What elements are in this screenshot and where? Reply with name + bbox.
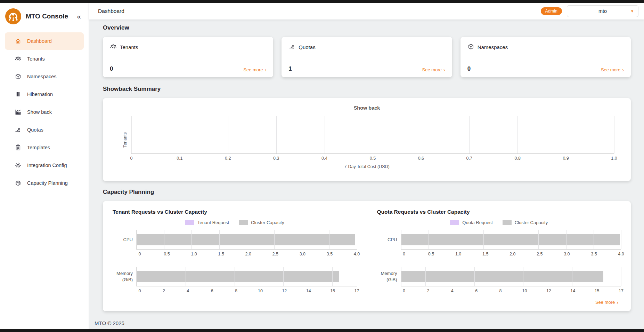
gridline [357,230,357,249]
cpu-row-label: CPU [377,237,401,243]
gridline [329,230,329,249]
sidebar-item-dashboard[interactable]: Dashboard [5,32,84,50]
page-header: Dashboard Admin mto ▾ [89,3,644,19]
capacity-planning-card: Tenant Requests vs Cluster Capacity Tena… [103,201,631,311]
sidebar-item-capacity-planning[interactable]: Capacity Planning [5,174,84,192]
namespaces-card: Namespaces 0 See more› [460,37,631,77]
quotas-count: 1 [288,65,292,72]
sidebar-collapse-button[interactable]: « [74,12,84,21]
legend-label: Tenant Request [197,220,229,225]
sidebar-item-label: Templates [27,145,50,150]
axis-tick-label: 15 [330,288,335,293]
tenants-count: 0 [110,65,113,72]
axis-tick-label: 17 [354,288,359,293]
namespaces-icon [467,43,474,51]
overview-cards: Tenants 0 See more› Quotas [103,37,631,77]
gridline [566,116,566,153]
gridline [186,267,186,286]
gridline [137,267,137,286]
axis-tick-label: 2 [163,288,165,293]
showback-heading: Showback Summary [103,86,631,93]
axis-tick-label: 12 [546,288,551,293]
tenant-dropdown[interactable]: mto ▾ [567,5,638,17]
gridline [483,230,484,249]
axis-tick-label: 4 [187,288,189,293]
gridline [180,116,180,153]
axis-tick-label: 4.0 [618,252,624,256]
gridline [219,230,220,249]
card-title: Namespaces [478,44,508,50]
gridline [247,230,247,249]
axis-tick-label: 2.0 [510,252,515,256]
gridline [421,116,421,153]
gridline [474,267,475,286]
axis-tick-label: 0.4 [321,156,327,161]
cpu-capacity-bar [137,234,355,245]
namespaces-count: 0 [467,65,471,72]
quotas-see-more-link[interactable]: See more› [422,67,445,72]
gridline [566,230,566,249]
axis-tick-label: 0.5 [428,252,434,256]
gear-icon [15,162,22,169]
gridline [191,230,192,249]
axis-tick-label: 0 [403,288,405,293]
namespaces-see-more-link[interactable]: See more› [601,67,624,72]
gridline [302,230,302,249]
quotas-icon [15,126,22,133]
cpu-plot-area [401,230,621,250]
axis-tick-label: 0.8 [514,156,520,161]
templates-clipboard-icon [15,144,22,151]
cpu-axis-ticks: 00.51.01.52.02.53.03.54.0 [140,252,357,259]
sidebar-item-quotas[interactable]: Quotas [5,121,84,139]
gridline [511,230,511,249]
gridline [450,267,450,286]
gridline [523,267,523,286]
chevron-right-icon: › [443,68,445,72]
gridline [456,230,456,249]
memory-row-label: Memory (GiB) [113,270,136,283]
sidebar-item-integration-config[interactable]: Integration Config [5,157,84,174]
sidebar-item-templates[interactable]: Templates [5,139,84,156]
tenant-request-swatch [185,220,194,225]
sidebar-item-label: Show back [27,109,52,115]
gridline [235,267,235,286]
cluster-capacity-swatch [239,220,248,225]
memory-capacity-bar [401,271,604,282]
axis-tick-label: 0.1 [177,156,182,161]
axis-tick-label: 0 [403,252,405,256]
axis-tick-label: 10 [522,288,527,293]
sidebar-item-tenants[interactable]: Tenants [5,50,84,68]
memory-axis-ticks: 024681012141517 [404,288,621,296]
sidebar-item-label: Quotas [27,127,43,133]
chart-title: Quota Requests vs Cluster Capacity [377,209,621,215]
capacity-see-more-link[interactable]: See more› [595,300,618,305]
legend: Quota Request Cluster Capacity [377,220,621,225]
gridline [325,116,325,153]
tenants-icon [110,43,117,51]
axis-tick-label: 0.2 [225,156,231,161]
axis-tick-label: 0.9 [563,156,569,161]
gridline [401,267,401,286]
sidebar-item-hibernation[interactable]: Hibernation [5,86,84,103]
axis-tick-label: 2.0 [245,252,251,256]
chevron-right-icon: › [617,300,618,305]
sidebar-item-label: Capacity Planning [27,180,68,186]
tenants-see-more-link[interactable]: See more› [243,67,266,72]
tenants-icon [15,55,22,62]
quotas-icon [288,43,295,51]
memory-row-label: Memory (GiB) [377,270,401,283]
axis-tick-label: 6 [475,288,478,293]
sidebar-item-label: Integration Config [27,163,67,168]
admin-role-badge: Admin [541,7,562,15]
axis-tick-label: 0.6 [418,156,424,161]
quotas-card: Quotas 1 See more› [282,37,452,77]
sidebar-item-label: Hibernation [27,92,53,97]
sidebar-item-showback[interactable]: Show back [5,103,84,121]
gridline [276,116,277,153]
sidebar-menu: Dashboard Tenants Namespaces Hibernation [0,30,89,194]
page-title: Dashboard [98,8,124,14]
axis-tick-label: 14 [306,288,311,293]
mto-logo-icon [5,8,21,24]
gridline [401,230,401,249]
sidebar-item-namespaces[interactable]: Namespaces [5,68,84,85]
